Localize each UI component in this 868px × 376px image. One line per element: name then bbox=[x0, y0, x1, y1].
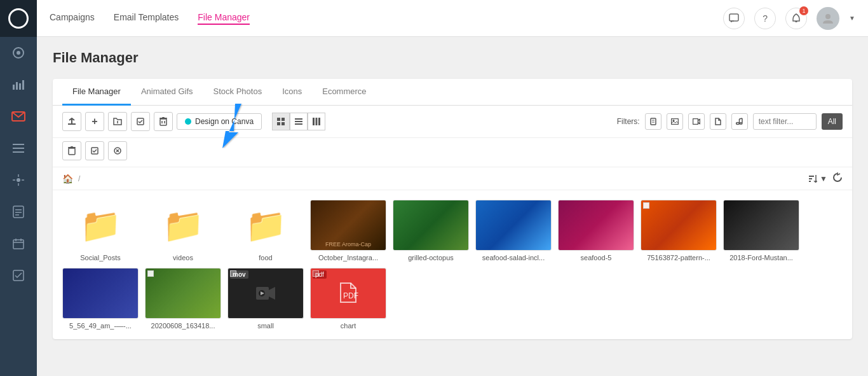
folder-icon: 📁 bbox=[245, 206, 287, 245]
filter-doc-btn[interactable] bbox=[645, 113, 661, 130]
filter-video-btn[interactable] bbox=[688, 113, 705, 130]
nav-campaigns[interactable]: Campaigns bbox=[50, 12, 95, 25]
svg-rect-38 bbox=[281, 122, 285, 125]
file-item-ford[interactable]: 2018-Ford-Mustan... bbox=[723, 200, 799, 261]
upload-button[interactable] bbox=[62, 112, 81, 131]
design-on-canva-button[interactable]: Design on Canva bbox=[177, 113, 262, 130]
tab-file-manager[interactable]: File Manager bbox=[62, 79, 131, 106]
tab-animated-gifs[interactable]: Animated Gifs bbox=[131, 79, 203, 106]
sidebar-item-analytics[interactable] bbox=[0, 69, 37, 101]
file-item-20200608[interactable]: 20200608_163418... bbox=[145, 268, 221, 330]
canva-dot-icon bbox=[185, 118, 191, 125]
svg-rect-56 bbox=[69, 148, 75, 155]
file-item-october[interactable]: FREE Aroma-Cap October_Instagra... bbox=[310, 200, 386, 261]
file-item-videos[interactable]: 📁 videos bbox=[145, 200, 221, 261]
image-placeholder bbox=[724, 200, 799, 250]
file-item-chart-pdf[interactable]: pdf PDF chart bbox=[310, 268, 386, 330]
sidebar-item-dashboard[interactable] bbox=[0, 37, 37, 69]
svg-rect-39 bbox=[295, 118, 302, 120]
file-item-seafood5[interactable]: seafood-5 bbox=[558, 200, 634, 261]
file-item-small-mov[interactable]: mov small bbox=[227, 268, 304, 330]
chat-icon-btn[interactable] bbox=[723, 8, 745, 29]
sidebar-logo[interactable] bbox=[0, 0, 37, 37]
filter-all-button[interactable]: All bbox=[822, 113, 843, 130]
svg-rect-19 bbox=[13, 240, 24, 249]
avatar-chevron[interactable]: ▼ bbox=[849, 15, 855, 22]
svg-rect-8 bbox=[13, 148, 24, 149]
folder-icon: 📁 bbox=[80, 206, 121, 245]
file-name: seafood-salad-incl... bbox=[482, 254, 545, 261]
delete-selected-button[interactable] bbox=[62, 141, 81, 160]
svg-rect-35 bbox=[277, 118, 280, 121]
file-name: 5_56_49_am_-—-... bbox=[69, 322, 132, 330]
notifications-icon-btn[interactable]: 1 bbox=[785, 8, 807, 29]
fm-panel: File Manager Animated Gifs Stock Photos … bbox=[53, 79, 852, 339]
svg-text:PDF: PDF bbox=[343, 291, 358, 300]
svg-rect-42 bbox=[313, 118, 315, 125]
view-grid-button[interactable] bbox=[272, 113, 290, 130]
breadcrumb-bar: 🏠 / ▼ bbox=[53, 167, 852, 190]
sidebar-item-reports[interactable] bbox=[0, 196, 37, 228]
view-cols-button[interactable] bbox=[308, 113, 325, 130]
refresh-button[interactable] bbox=[832, 172, 843, 185]
filter-image-btn[interactable] bbox=[667, 113, 683, 130]
sidebar-item-automation[interactable] bbox=[0, 164, 37, 196]
file-name: 75163872-pattern-... bbox=[647, 254, 710, 261]
file-checkbox bbox=[147, 270, 154, 277]
add-folder-icon-btn[interactable] bbox=[108, 112, 127, 131]
file-item-food[interactable]: 📁 food bbox=[227, 200, 304, 261]
nav-file-manager[interactable]: File Manager bbox=[198, 12, 250, 25]
file-name: seafood-5 bbox=[581, 254, 612, 261]
sidebar-item-calendar[interactable] bbox=[0, 228, 37, 260]
sidebar-item-tasks[interactable] bbox=[0, 260, 37, 291]
filter-text-input[interactable] bbox=[753, 113, 817, 130]
svg-rect-36 bbox=[281, 118, 285, 121]
tab-ecommerce[interactable]: Ecommerce bbox=[312, 79, 376, 106]
canva-label: Design on Canva bbox=[195, 117, 254, 126]
file-name: October_Instagra... bbox=[318, 254, 378, 261]
content: File Manager File Manager Animated Gifs … bbox=[37, 37, 868, 376]
user-avatar[interactable] bbox=[817, 7, 839, 30]
image-placeholder bbox=[559, 200, 634, 250]
tab-stock-photos[interactable]: Stock Photos bbox=[203, 79, 273, 106]
file-name: food bbox=[259, 254, 272, 261]
svg-rect-18 bbox=[15, 214, 19, 216]
file-item-social-posts[interactable]: 📁 Social_Posts bbox=[62, 200, 139, 261]
folder-icon: 📁 bbox=[163, 206, 204, 245]
notification-badge: 1 bbox=[799, 6, 808, 15]
breadcrumb-home-icon[interactable]: 🏠 bbox=[62, 174, 73, 184]
delete-button[interactable] bbox=[154, 112, 173, 131]
nav-email-templates[interactable]: Email Templates bbox=[114, 12, 179, 25]
image-thumb bbox=[723, 200, 799, 251]
file-name: 20200608_163418... bbox=[151, 322, 215, 330]
file-name: small bbox=[257, 322, 274, 330]
check-selected-button[interactable] bbox=[85, 141, 104, 160]
check-all-button[interactable] bbox=[131, 112, 150, 131]
tab-icons[interactable]: Icons bbox=[272, 79, 312, 106]
file-item-seafood-salad[interactable]: seafood-salad-incl... bbox=[475, 200, 552, 261]
filter-file-btn[interactable] bbox=[710, 113, 726, 130]
sidebar-item-lists[interactable] bbox=[0, 132, 37, 164]
svg-rect-7 bbox=[13, 144, 24, 145]
top-nav-right: ? 1 ▼ bbox=[723, 7, 855, 30]
svg-rect-45 bbox=[651, 118, 656, 125]
file-checkbox bbox=[643, 202, 649, 209]
image-placeholder: FREE Aroma-Cap bbox=[311, 200, 386, 250]
add-folder-button[interactable]: + bbox=[85, 112, 104, 131]
folder-thumb: 📁 bbox=[227, 200, 304, 251]
file-item-octopus[interactable]: grilled-octopus bbox=[393, 200, 469, 261]
toolbar-row2 bbox=[53, 138, 852, 167]
file-item-pattern[interactable]: 75163872-pattern-... bbox=[641, 200, 717, 261]
svg-rect-44 bbox=[318, 118, 320, 125]
file-item-556[interactable]: 5_56_49_am_-—-... bbox=[62, 268, 139, 330]
view-list-button[interactable] bbox=[290, 113, 308, 130]
uncheck-button[interactable] bbox=[108, 141, 127, 160]
help-icon-btn[interactable]: ? bbox=[754, 8, 776, 29]
svg-rect-48 bbox=[671, 119, 678, 125]
sort-button[interactable]: ▼ bbox=[809, 174, 827, 183]
filter-audio-btn[interactable] bbox=[731, 113, 748, 130]
breadcrumb-right: ▼ bbox=[809, 172, 843, 185]
sidebar-item-email[interactable] bbox=[0, 101, 37, 132]
file-name: Social_Posts bbox=[80, 254, 121, 261]
svg-rect-24 bbox=[729, 14, 738, 21]
